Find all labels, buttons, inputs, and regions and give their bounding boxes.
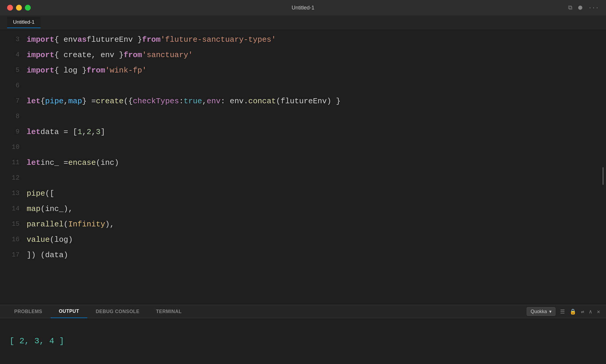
line-number: 12 <box>0 170 20 186</box>
code-line: import { env as flutureEnv } from 'flutu… <box>27 32 606 47</box>
code-token: , <box>202 94 207 109</box>
line-number: 5 <box>0 63 20 78</box>
tab-untitled-1[interactable]: Untitled-1 <box>7 17 41 28</box>
line-number: 17 <box>0 247 20 263</box>
code-token: from <box>142 32 160 47</box>
line-number: 3 <box>0 32 20 47</box>
code-token: parallel <box>27 217 64 232</box>
code-line <box>27 140 606 155</box>
code-token: data = [ <box>41 124 78 140</box>
code-content[interactable]: import { env as flutureEnv } from 'flutu… <box>27 30 606 305</box>
code-line: let inc_ = encase (inc) <box>27 155 606 170</box>
code-line: value (log) <box>27 232 606 247</box>
code-token: concat <box>248 94 276 109</box>
code-token: } = <box>82 94 96 109</box>
line-number: 15 <box>0 217 20 232</box>
code-token: : env. <box>220 94 248 109</box>
traffic-lights <box>7 5 31 11</box>
split-editor-icon[interactable]: ⧉ <box>568 4 572 11</box>
code-line <box>27 109 606 124</box>
code-token: (inc) <box>96 155 119 170</box>
code-line: ]) (data) <box>27 247 606 263</box>
code-token: 3 <box>96 124 101 140</box>
code-token: , <box>64 94 68 109</box>
code-token: true <box>184 94 202 109</box>
code-line: pipe ([ <box>27 186 606 201</box>
code-token: 2 <box>87 124 91 140</box>
code-token: 'fluture-sanctuary-types' <box>161 32 276 47</box>
tab-label: Untitled-1 <box>13 19 35 25</box>
line-number: 10 <box>0 140 20 155</box>
code-token: encase <box>68 155 96 170</box>
output-source-label: Quokka <box>531 309 547 314</box>
tab-output[interactable]: OUTPUT <box>51 305 88 318</box>
close-panel-icon[interactable]: ✕ <box>597 308 600 315</box>
panel-actions: Quokka ▾ ☰ 🔒 ⇌ ∧ ✕ <box>527 307 600 316</box>
code-token: flutureEnv } <box>87 32 142 47</box>
code-token: , <box>82 124 87 140</box>
code-token: 1 <box>78 124 82 140</box>
code-token: ({ <box>124 94 133 109</box>
code-token: let <box>27 155 41 170</box>
code-token: ] <box>101 124 105 140</box>
output-source-dropdown[interactable]: Quokka ▾ <box>527 307 555 316</box>
line-number: 13 <box>0 186 20 201</box>
code-token: : <box>179 94 184 109</box>
output-text: [ 2, 3, 4 ] <box>9 336 64 346</box>
panel: PROBLEMS OUTPUT DEBUG CONSOLE TERMINAL Q… <box>0 305 606 364</box>
code-token: pipe <box>45 94 63 109</box>
minimize-button[interactable] <box>16 5 22 11</box>
code-line: let { pipe, map } = create ({ checkTypes… <box>27 94 606 109</box>
line-number: 16 <box>0 232 20 247</box>
code-token: import <box>27 47 54 63</box>
line-number: 14 <box>0 201 20 217</box>
code-token: import <box>27 32 54 47</box>
code-token: (log) <box>50 232 73 247</box>
code-token: 'wink-fp' <box>105 63 146 78</box>
clear-output-icon[interactable]: ☰ <box>560 308 565 315</box>
scrollbar[interactable] <box>602 167 604 185</box>
lock-icon[interactable]: 🔒 <box>570 308 576 315</box>
more-actions-icon[interactable]: ··· <box>588 4 599 11</box>
tab-problems[interactable]: PROBLEMS <box>6 305 51 318</box>
code-token: from <box>124 47 142 63</box>
code-token: ]) (data) <box>27 247 68 263</box>
code-token: ([ <box>45 186 54 201</box>
line-number: 11 <box>0 155 20 170</box>
tab-debug-console[interactable]: DEBUG CONSOLE <box>87 305 148 318</box>
code-line: import { create, env } from 'sanctuary' <box>27 47 606 63</box>
line-number: 6 <box>0 78 20 94</box>
code-token: pipe <box>27 186 45 201</box>
code-token: 'sanctuary' <box>142 47 193 63</box>
chevron-up-icon[interactable]: ∧ <box>589 308 592 315</box>
code-line <box>27 170 606 186</box>
window-title: Untitled-1 <box>291 5 314 11</box>
code-token: ( <box>64 217 68 232</box>
wrap-icon[interactable]: ⇌ <box>581 308 584 315</box>
code-token: map <box>68 94 82 109</box>
code-token: checkTypes <box>133 94 179 109</box>
code-token: value <box>27 232 50 247</box>
maximize-button[interactable] <box>25 5 31 11</box>
code-token: { env <box>54 32 78 47</box>
title-actions: ⧉ ··· <box>568 4 599 11</box>
code-token: { <box>41 94 45 109</box>
code-line: map (inc_), <box>27 201 606 217</box>
code-token: Infinity <box>68 217 105 232</box>
code-token: env <box>207 94 221 109</box>
line-number: 9 <box>0 124 20 140</box>
unsaved-dot <box>578 6 582 10</box>
close-button[interactable] <box>7 5 13 11</box>
panel-tabs: PROBLEMS OUTPUT DEBUG CONSOLE TERMINAL Q… <box>0 305 606 318</box>
code-line <box>27 78 606 94</box>
code-token: (flutureEnv) } <box>276 94 341 109</box>
title-bar: Untitled-1 ⧉ ··· <box>0 0 606 15</box>
panel-output: [ 2, 3, 4 ] <box>0 318 606 364</box>
tab-terminal[interactable]: TERMINAL <box>148 305 190 318</box>
code-line: import { log } from 'wink-fp' <box>27 63 606 78</box>
code-line: let data = [1, 2, 3] <box>27 124 606 140</box>
line-number: 4 <box>0 47 20 63</box>
line-number: 7 <box>0 94 20 109</box>
line-number: 8 <box>0 109 20 124</box>
code-token: as <box>78 32 87 47</box>
